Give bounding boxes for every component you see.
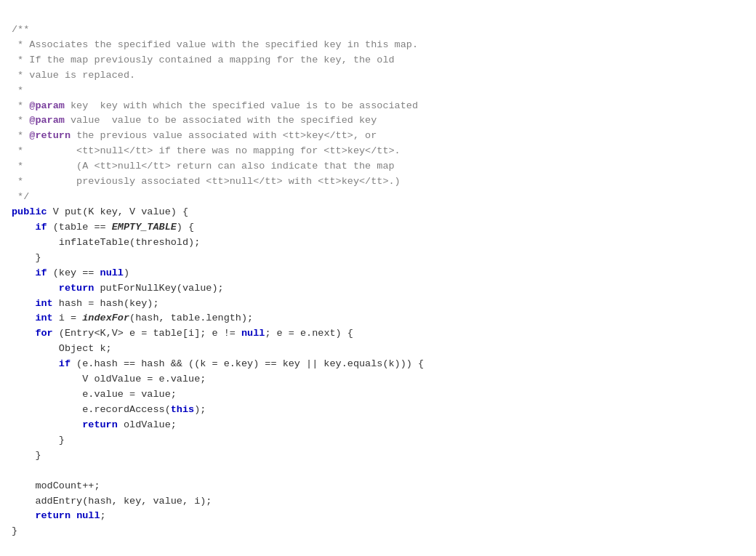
comment-line-12: */ (12, 191, 29, 202)
comment-line-5: * (12, 85, 23, 96)
keyword-public: public (12, 206, 47, 217)
comment-line-11: * previously associated <tt>null</tt> wi… (12, 176, 401, 187)
keyword-for: for (35, 328, 52, 339)
keyword-int-1: int (35, 298, 52, 309)
literal-null-1: null (100, 267, 124, 278)
keyword-if-2: if (35, 267, 47, 278)
method-indexfor: indexFor (82, 313, 129, 323)
field-empty-table: EMPTY_TABLE (112, 222, 177, 233)
keyword-if-3: if (59, 358, 71, 369)
keyword-return-3: return (35, 510, 71, 521)
comment-line-6: * @param key key with which the specifie… (12, 100, 418, 111)
keyword-return-1: return (59, 283, 94, 294)
comment-line-8: * @return the previous value associated … (12, 130, 377, 141)
comment-line-2: * Associates the specified value with th… (12, 39, 418, 50)
literal-null-2: null (241, 328, 265, 339)
literal-null-3: null (76, 510, 100, 521)
keyword-int-2: int (35, 313, 52, 323)
comment-line-3: * If the map previously contained a mapp… (12, 55, 395, 65)
comment-line-4: * value is replaced. (12, 70, 135, 81)
keyword-if-1: if (35, 222, 47, 233)
comment-line-9: * <tt>null</tt> if there was no mapping … (12, 145, 401, 156)
code-block: /** * Associates the specified value wit… (12, 7, 744, 539)
keyword-return-2: return (82, 419, 118, 430)
comment-line-1: /** (12, 24, 29, 35)
comment-line-7: * @param value value to be associated wi… (12, 115, 377, 126)
comment-line-10: * (A <tt>null</tt> return can also indic… (12, 161, 395, 172)
literal-this: this (171, 404, 194, 415)
